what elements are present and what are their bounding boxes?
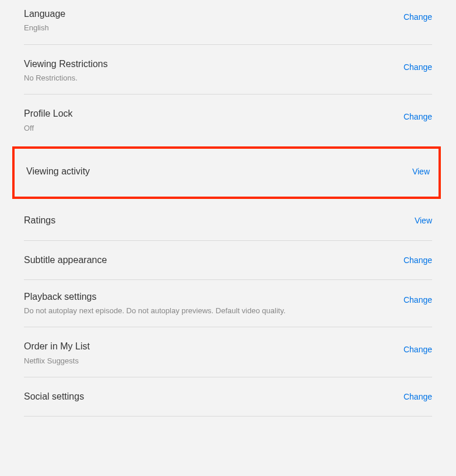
viewing-restrictions-info: Viewing Restrictions No Restrictions. bbox=[24, 58, 404, 84]
viewing-restrictions-title: Viewing Restrictions bbox=[24, 58, 404, 71]
ratings-row: Ratings View bbox=[24, 199, 432, 240]
playback-settings-change-link[interactable]: Change bbox=[404, 290, 432, 304]
playback-settings-title: Playback settings bbox=[24, 290, 404, 303]
ratings-view-link[interactable]: View bbox=[415, 216, 432, 225]
profile-lock-change-link[interactable]: Change bbox=[404, 107, 432, 121]
language-title: Language bbox=[24, 8, 404, 20]
subtitle-appearance-change-link[interactable]: Change bbox=[404, 256, 432, 265]
social-settings-row: Social settings Change bbox=[24, 377, 432, 416]
order-in-my-list-title: Order in My List bbox=[24, 340, 404, 353]
viewing-activity-title: Viewing activity bbox=[26, 165, 412, 178]
viewing-activity-row: Viewing activity View bbox=[26, 165, 430, 178]
language-change-link[interactable]: Change bbox=[404, 8, 432, 22]
subtitle-appearance-info: Subtitle appearance bbox=[24, 254, 404, 267]
order-in-my-list-subtitle: Netflix Suggests bbox=[24, 356, 404, 366]
ratings-info: Ratings bbox=[24, 214, 415, 227]
language-row: Language English Change bbox=[24, 0, 432, 45]
order-in-my-list-change-link[interactable]: Change bbox=[404, 340, 432, 354]
order-in-my-list-row: Order in My List Netflix Suggests Change bbox=[24, 327, 432, 377]
ratings-title: Ratings bbox=[24, 214, 415, 227]
viewing-restrictions-change-link[interactable]: Change bbox=[404, 58, 432, 72]
viewing-activity-highlight: Viewing activity View bbox=[12, 146, 441, 199]
social-settings-change-link[interactable]: Change bbox=[404, 392, 432, 401]
playback-settings-subtitle: Do not autoplay next episode. Do not aut… bbox=[24, 306, 404, 316]
viewing-restrictions-subtitle: No Restrictions. bbox=[24, 73, 404, 83]
playback-settings-info: Playback settings Do not autoplay next e… bbox=[24, 290, 404, 317]
viewing-activity-info: Viewing activity bbox=[26, 165, 412, 178]
language-subtitle: English bbox=[24, 23, 404, 33]
profile-lock-row: Profile Lock Off Change bbox=[24, 94, 432, 139]
profile-lock-info: Profile Lock Off bbox=[24, 107, 404, 134]
profile-lock-title: Profile Lock bbox=[24, 107, 404, 120]
social-settings-title: Social settings bbox=[24, 390, 404, 403]
subtitle-appearance-title: Subtitle appearance bbox=[24, 254, 404, 267]
viewing-activity-view-link[interactable]: View bbox=[412, 167, 430, 176]
profile-lock-subtitle: Off bbox=[24, 123, 404, 134]
language-info: Language English bbox=[24, 8, 404, 34]
viewing-restrictions-row: Viewing Restrictions No Restrictions. Ch… bbox=[24, 45, 432, 95]
social-settings-info: Social settings bbox=[24, 390, 404, 403]
order-in-my-list-info: Order in My List Netflix Suggests bbox=[24, 340, 404, 366]
subtitle-appearance-row: Subtitle appearance Change bbox=[24, 241, 432, 280]
settings-list: Language English Change Viewing Restrict… bbox=[0, 0, 456, 416]
playback-settings-row: Playback settings Do not autoplay next e… bbox=[24, 280, 432, 328]
